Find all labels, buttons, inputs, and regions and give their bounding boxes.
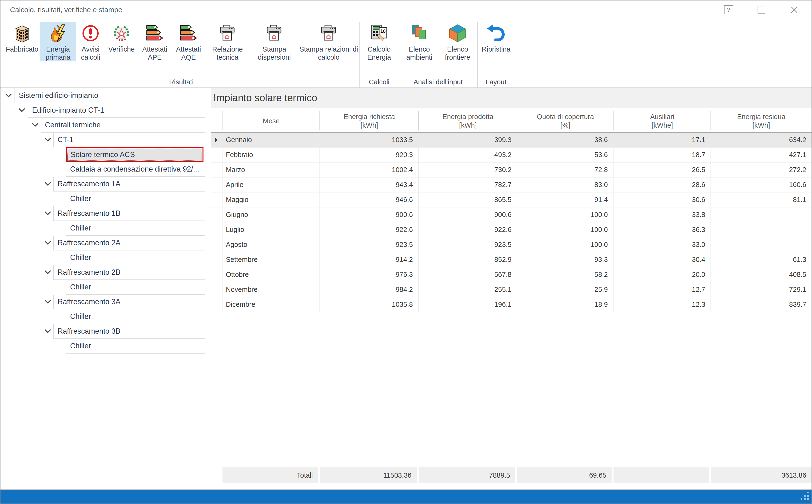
ribbon-button-stampa-relazioni-di-calcolo[interactable]: Stampa relazioni di calcolo xyxy=(299,22,358,61)
ribbon-button-elenco-frontiere[interactable]: Elenco frontiere xyxy=(439,22,476,61)
close-icon[interactable] xyxy=(790,5,799,14)
tree-item-label: Solare termico ACS xyxy=(71,150,135,159)
header-mese[interactable]: Mese xyxy=(222,110,320,132)
table-row[interactable]: Maggio 946.6 865.5 91.4 30.6 81.1 xyxy=(211,192,812,207)
help-icon[interactable]: ? xyxy=(724,5,733,14)
ribbon-button-verifiche[interactable]: Verifiche xyxy=(105,22,138,53)
energy-flame-icon xyxy=(48,23,68,43)
tree-item-label: Centrali termiche xyxy=(45,121,101,129)
tree-item-solare-termico-acs[interactable]: Solare termico ACS xyxy=(0,147,205,162)
tree-item-chiller[interactable]: Chiller xyxy=(0,309,205,324)
table-row[interactable]: Dicembre 1035.8 196.1 18.9 12.3 839.7 xyxy=(211,297,812,312)
energy-labels-icon xyxy=(178,23,198,43)
header-energia-prodotta[interactable]: Energia prodotta [kWh] xyxy=(419,110,517,132)
ribbon-button-ripristina[interactable]: Ripristina xyxy=(478,22,514,53)
row-indicator xyxy=(211,207,222,222)
tree-item-label: Chiller xyxy=(70,194,91,203)
chevron-down-icon[interactable] xyxy=(44,299,52,304)
chevron-down-icon[interactable] xyxy=(5,92,13,98)
tree-item-chiller[interactable]: Chiller xyxy=(0,339,205,354)
header-energia-residua[interactable]: Energia residua [kWh] xyxy=(711,110,812,132)
tree-item-label: Raffrescamento 3A xyxy=(58,298,120,306)
ribbon-button-fabbricato[interactable]: Fabbricato xyxy=(4,22,40,53)
tree-item-chiller[interactable]: Chiller xyxy=(0,280,205,295)
printer-icon xyxy=(264,23,284,43)
header-quota-copertura[interactable]: Quota di copertura [%] xyxy=(517,110,614,132)
tree-item-label: Raffrescamento 1B xyxy=(58,209,120,217)
tree-item-label: CT-1 xyxy=(58,135,73,144)
header-energia-richiesta[interactable]: Energia richiesta [kWh] xyxy=(320,110,419,132)
emblem-icon xyxy=(111,23,131,43)
chevron-down-icon[interactable] xyxy=(44,210,52,216)
calculator-icon: 10 xyxy=(369,23,389,43)
ribbon-group-risultati: Fabbricato Energia primaria xyxy=(4,22,360,87)
tree-item-raffrescamento-3a[interactable]: Raffrescamento 3A xyxy=(0,295,205,309)
header-indicator-column xyxy=(211,110,222,132)
ribbon-button-label: Calcolo Energia xyxy=(360,45,398,61)
tree-item-label: Raffrescamento 2B xyxy=(58,268,120,276)
ribbon-button-label: Relazione tecnica xyxy=(205,45,249,61)
tree-item-raffrescamento-1b[interactable]: Raffrescamento 1B xyxy=(0,206,205,221)
table-header: Mese Energia richiesta [kWh] Energia pro… xyxy=(211,110,812,133)
tree-item-raffrescamento-2b[interactable]: Raffrescamento 2B xyxy=(0,265,205,280)
tree-item-caldaia-condensazione[interactable]: Caldaia a condensazione direttiva 92/... xyxy=(0,162,205,177)
table-row[interactable]: Aprile 943.4 782.7 83.0 28.6 160.6 xyxy=(211,178,812,192)
chevron-down-icon[interactable] xyxy=(31,122,39,128)
table-row[interactable]: Luglio 922.6 922.6 100.0 36.3 xyxy=(211,222,812,237)
ribbon-button-energia-primaria[interactable]: Energia primaria xyxy=(40,22,76,61)
tree-item-ct-1[interactable]: CT-1 xyxy=(0,133,205,147)
tree-item-label: Raffrescamento 3B xyxy=(58,327,120,335)
tree-item-edificio-impianto-ct-1[interactable]: Edificio-impianto CT-1 xyxy=(0,103,205,118)
ribbon-button-attestati-ape[interactable]: Attestati APE xyxy=(138,22,172,61)
tree-item-raffrescamento-1a[interactable]: Raffrescamento 1A xyxy=(0,177,205,192)
table-row[interactable]: Agosto 923.5 923.5 100.0 33.0 xyxy=(211,237,812,252)
tree-item-sistemi-edificio-impianto[interactable]: Sistemi edificio-impianto xyxy=(0,88,205,103)
header-ausiliari[interactable]: Ausiliari [kWhe] xyxy=(614,110,711,132)
tree-item-label: Chiller xyxy=(70,224,91,232)
table-row[interactable]: Giugno 900.6 900.6 100.0 33.8 xyxy=(211,207,812,222)
row-indicator xyxy=(211,252,222,267)
table-row[interactable]: Febbraio 920.3 493.2 53.6 18.7 427.1 xyxy=(211,148,812,163)
cube-icon xyxy=(448,23,468,43)
tree-item-raffrescamento-2a[interactable]: Raffrescamento 2A xyxy=(0,236,205,250)
chevron-down-icon[interactable] xyxy=(44,328,52,334)
ribbon-button-label: Stampa dispersioni xyxy=(249,45,299,61)
ribbon-button-relazione-tecnica[interactable]: Relazione tecnica xyxy=(205,22,249,61)
table-row[interactable]: Ottobre 976.3 567.8 58.2 20.0 408.5 xyxy=(211,267,812,282)
tree-item-centrali-termiche[interactable]: Centrali termiche xyxy=(0,118,205,133)
ribbon-button-label: Verifiche xyxy=(108,45,134,53)
title-bar: Calcolo, risultati, verifiche e stampe ? xyxy=(0,0,812,19)
status-bar xyxy=(0,490,812,504)
tree-item-chiller[interactable]: Chiller xyxy=(0,192,205,206)
ribbon-button-label: Elenco ambienti xyxy=(400,45,439,61)
energy-labels-icon xyxy=(145,23,165,43)
panel-title: Impianto solare termico xyxy=(211,88,812,108)
table-row[interactable]: Novembre 984.2 255.1 25.9 12.7 729.1 xyxy=(211,282,812,297)
ribbon-button-elenco-ambienti[interactable]: Elenco ambienti xyxy=(400,22,439,61)
ribbon-button-label: Elenco frontiere xyxy=(439,45,476,61)
tree-item-label: Chiller xyxy=(70,342,91,350)
chevron-down-icon[interactable] xyxy=(18,107,26,113)
printer-icon xyxy=(319,23,339,43)
ribbon-button-calcolo-energia[interactable]: 10 Calcolo Energia xyxy=(360,22,398,61)
resize-grip-icon[interactable] xyxy=(800,491,810,502)
table-row[interactable]: Settembre 914.2 852.9 93.3 30.4 61.3 xyxy=(211,252,812,267)
ribbon-button-avvisi-calcoli[interactable]: Avvisi calcoli xyxy=(76,22,105,61)
ribbon-button-stampa-dispersioni[interactable]: Stampa dispersioni xyxy=(249,22,299,61)
maximize-icon[interactable] xyxy=(757,5,766,14)
statusbar-divider xyxy=(0,488,812,490)
chevron-down-icon[interactable] xyxy=(44,240,52,245)
ribbon-button-attestati-aqe[interactable]: Attestati AQE xyxy=(172,22,205,61)
tree-item-chiller[interactable]: Chiller xyxy=(0,250,205,265)
table-row[interactable]: Marzo 1002.4 730.2 72.8 26.5 272.2 xyxy=(211,163,812,178)
row-indicator xyxy=(211,237,222,252)
chevron-down-icon[interactable] xyxy=(44,181,52,187)
chevron-down-icon[interactable] xyxy=(44,137,52,142)
chevron-down-icon[interactable] xyxy=(44,269,52,275)
tree-item-raffrescamento-3b[interactable]: Raffrescamento 3B xyxy=(0,324,205,339)
ribbon-group-analisi-input: Elenco ambienti Elenco frontiere Analisi… xyxy=(399,22,478,87)
row-indicator xyxy=(211,192,222,207)
tree-item-chiller[interactable]: Chiller xyxy=(0,221,205,236)
table-row[interactable]: Gennaio 1033.5 399.3 38.6 17.1 634.2 xyxy=(211,133,812,148)
tree-item-label: Chiller xyxy=(70,283,91,291)
